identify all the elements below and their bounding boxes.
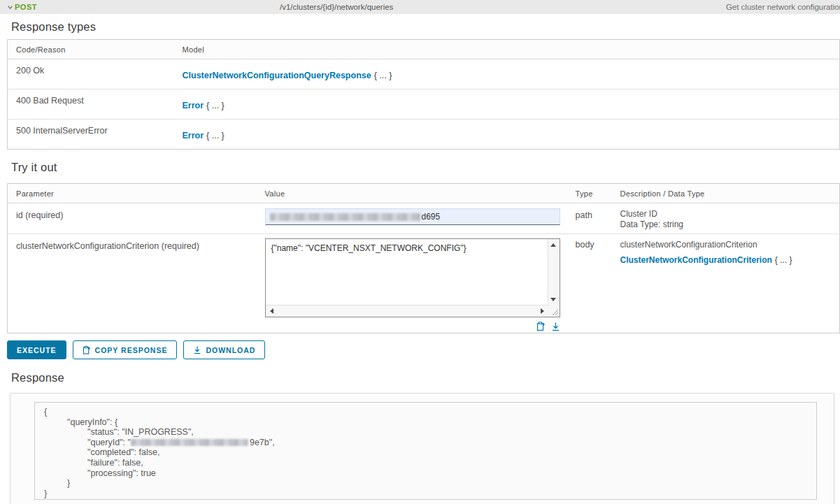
response-types-title: Response types <box>11 20 840 34</box>
method-chip[interactable]: POST <box>7 3 37 11</box>
endpoint-header-bar[interactable]: POST /v1/clusters/{id}/network/queries G… <box>0 0 840 14</box>
col-header-value: Value <box>265 184 576 203</box>
id-input[interactable]: d695 <box>265 208 560 225</box>
clipboard-icon <box>83 345 91 355</box>
redacted-value <box>131 439 248 446</box>
response-types-table: Code/Reason Model 200 Ok ClusterNetworkC… <box>7 39 840 150</box>
scroll-right-button[interactable] <box>536 305 548 317</box>
table-row: 400 Bad Request Error{ ... } <box>8 89 840 120</box>
table-row: 500 InternalServerError Error{ ... } <box>8 120 840 150</box>
data-type-line: Data Type: string <box>620 219 840 230</box>
resize-grip[interactable] <box>548 305 560 317</box>
triangle-left-icon <box>270 308 273 314</box>
table-row: clusterNetworkConfigurationCriterion (re… <box>8 234 840 333</box>
download-label: DOWNLOAD <box>206 346 255 354</box>
response-panel: { "queryInfo": { "status": "IN_PROGRESS"… <box>10 393 834 504</box>
model-link[interactable]: Error <box>183 131 204 141</box>
json-queryid-prefix: "queryId": " <box>87 438 131 447</box>
execute-button[interactable]: EXECUTE <box>7 340 66 359</box>
vertical-scrollbar[interactable] <box>548 239 560 305</box>
model-braces[interactable]: { ... } <box>206 101 225 110</box>
action-buttons: EXECUTE COPY RESPONSE DOWNLOAD <box>7 340 840 359</box>
param-type: body <box>576 234 620 333</box>
status-code: 400 Bad Request <box>8 89 183 120</box>
col-header-description: Description / Data Type <box>620 184 840 203</box>
response-json-box: { "queryInfo": { "status": "IN_PROGRESS"… <box>34 402 817 500</box>
model-cell: Error{ ... } <box>183 89 840 120</box>
param-description: clusterNetworkConfigurationCriterion Clu… <box>620 234 840 333</box>
json-line: } <box>44 489 816 499</box>
json-line: "status": "IN_PROGRESS", <box>44 427 816 438</box>
resize-grip-icon <box>548 305 560 317</box>
model-link[interactable]: ClusterNetworkConfigurationQueryResponse <box>183 71 371 80</box>
json-line: "failure": false, <box>44 458 816 468</box>
copy-response-label: COPY RESPONSE <box>95 346 168 354</box>
download-button[interactable]: DOWNLOAD <box>183 340 265 359</box>
redacted-value <box>270 213 420 221</box>
response-title: Response <box>11 371 840 384</box>
horizontal-scrollbar[interactable] <box>266 305 548 317</box>
col-header-model: Model <box>183 40 840 59</box>
model-cell: Error{ ... } <box>183 120 840 150</box>
param-type: path <box>576 203 620 234</box>
description-line: clusterNetworkConfigurationCriterion <box>620 240 840 250</box>
description-line: Cluster ID <box>620 209 840 219</box>
param-name: id (required) <box>8 203 265 234</box>
json-line: "completed": false, <box>44 447 816 458</box>
param-name: clusterNetworkConfigurationCriterion (re… <box>8 234 265 333</box>
model-link[interactable]: ClusterNetworkConfigurationCriterion <box>620 255 772 265</box>
scroll-up-button[interactable] <box>548 239 560 251</box>
json-line: "queryInfo": { <box>44 417 816 428</box>
json-line-queryid: "queryId": "9e7b", <box>44 438 816 448</box>
col-header-code-reason: Code/Reason <box>8 40 183 59</box>
chevron-down-icon <box>7 4 13 10</box>
table-row: 200 Ok ClusterNetworkConfigurationQueryR… <box>8 59 840 89</box>
download-icon[interactable] <box>551 322 560 331</box>
copy-icon[interactable] <box>536 322 546 331</box>
json-line: "processing": true <box>44 468 816 479</box>
endpoint-path: /v1/clusters/{id}/network/queries <box>280 3 393 11</box>
status-code: 500 InternalServerError <box>8 120 183 150</box>
json-line: } <box>44 478 816 489</box>
table-row: id (required) d695 path Cluster ID Data … <box>8 203 840 234</box>
col-header-type: Type <box>576 184 620 203</box>
textarea-tools <box>265 322 560 331</box>
execute-button-label: EXECUTE <box>17 346 57 354</box>
id-value-suffix: d695 <box>422 212 441 222</box>
triangle-right-icon <box>541 308 544 314</box>
model-cell: ClusterNetworkConfigurationQueryResponse… <box>183 59 840 89</box>
param-value-cell: {"name": "VCENTER_NSXT_NETWORK_CONFIG"} <box>265 234 576 333</box>
json-line: { <box>44 407 816 417</box>
param-value-cell: d695 <box>265 203 576 234</box>
json-queryid-suffix: 9e7b", <box>250 438 275 447</box>
scroll-left-button[interactable] <box>266 305 278 317</box>
try-it-out-title: Try it out <box>11 161 840 174</box>
copy-response-button[interactable]: COPY RESPONSE <box>73 340 178 359</box>
try-it-out-table: Parameter Value Type Description / Data … <box>7 183 840 333</box>
triangle-up-icon <box>550 243 556 247</box>
triangle-down-icon <box>550 298 556 301</box>
download-icon <box>193 345 201 354</box>
model-braces[interactable]: { ... } <box>206 131 225 141</box>
model-braces[interactable]: { ... } <box>374 71 392 80</box>
status-code: 200 Ok <box>8 59 183 89</box>
model-link[interactable]: Error <box>183 101 204 110</box>
endpoint-summary: Get cluster network configuration <box>726 3 840 11</box>
model-braces[interactable]: { ... } <box>775 255 792 265</box>
param-description: Cluster ID Data Type: string <box>620 203 840 234</box>
col-header-parameter: Parameter <box>8 184 265 203</box>
body-textarea-wrap: {"name": "VCENTER_NSXT_NETWORK_CONFIG"} <box>265 238 560 317</box>
http-method-label: POST <box>15 3 37 11</box>
scroll-down-button[interactable] <box>548 294 560 305</box>
